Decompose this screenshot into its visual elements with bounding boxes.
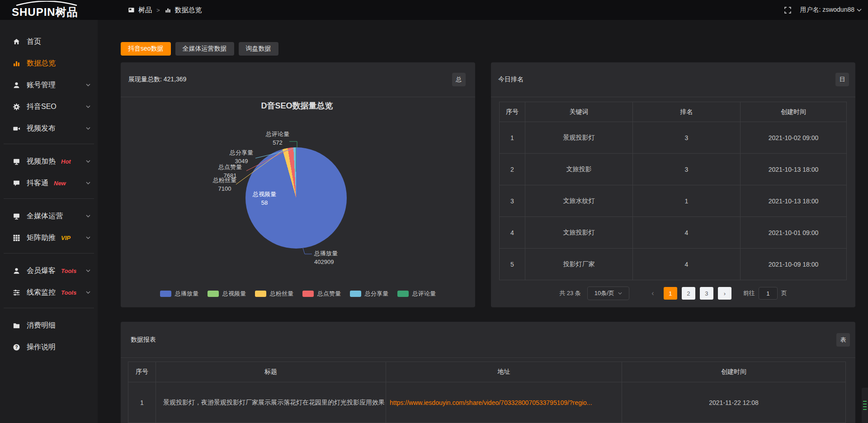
breadcrumb: 树品 > 数据总览	[128, 0, 202, 20]
new-badge: New	[54, 180, 66, 187]
chart-title: D音SEO数据量总览	[261, 100, 333, 111]
sidebar-item-home[interactable]: 首页	[0, 31, 98, 52]
sidebar-item-account[interactable]: 账号管理	[0, 74, 98, 96]
breadcrumb-separator: >	[156, 7, 160, 14]
sidebar-item-consumption[interactable]: 消费明细	[0, 315, 98, 336]
report-table: 序号标题地址创建时间 1 景观投影灯，夜游景观投影灯厂家展示展示落花灯在花园里的…	[128, 362, 846, 423]
prev-page-button[interactable]: ‹	[647, 289, 658, 297]
logo-text-en: SHUPIN	[12, 6, 56, 18]
bar-chart-icon	[165, 7, 171, 14]
page-button-1[interactable]: 1	[664, 287, 677, 300]
table-toggle-button[interactable]: 表	[836, 333, 850, 347]
sidebar-item-label: 会员爆客	[27, 266, 56, 276]
sidebar-item-douketong[interactable]: 抖客通 New	[0, 172, 98, 194]
table-row: 2文旅投影32021-10-13 18:00	[500, 154, 847, 185]
member-icon	[13, 267, 20, 275]
legend-item-comments[interactable]: 总评论量	[397, 290, 436, 298]
svg-text:?: ?	[15, 344, 18, 349]
next-page-button[interactable]: ›	[718, 287, 731, 300]
pagination-total: 共 23 条	[559, 289, 581, 297]
page-button-2[interactable]: 2	[682, 287, 695, 300]
chevron-down-icon	[86, 236, 90, 239]
video-camera-icon	[13, 125, 20, 132]
question-icon: ?	[13, 343, 20, 351]
report-url-link[interactable]: https://www.iesdouyin.com/share/video/70…	[386, 382, 622, 423]
sidebar-item-douyin-seo[interactable]: 抖音SEO	[0, 96, 98, 118]
page-button-3[interactable]: 3	[700, 287, 713, 300]
chevron-down-icon	[86, 182, 90, 184]
legend-swatch	[350, 291, 361, 297]
sidebar-item-data-overview[interactable]: 数据总览	[0, 52, 98, 74]
report-panel: 数据报表 表 序号标题地址创建时间 1 景观投影灯，夜游景观投影灯厂家展示展示落…	[121, 322, 855, 423]
legend-swatch	[255, 291, 266, 297]
legend-swatch	[160, 291, 171, 297]
chevron-down-icon	[86, 160, 90, 163]
monitor-icon	[13, 212, 20, 220]
sidebar-item-member-burst[interactable]: 会员爆客 Tools	[0, 260, 98, 282]
gear-icon	[13, 103, 20, 111]
sliders-icon	[13, 289, 20, 296]
sidebar-divider	[4, 198, 94, 199]
sidebar-item-lead-monitor[interactable]: 线索监控 Tools	[0, 282, 98, 303]
sidebar-item-label: 线索监控	[27, 288, 56, 297]
data-tabs: 抖音seo数据 全媒体运营数据 询盘数据	[121, 42, 278, 56]
chevron-down-icon	[618, 292, 622, 295]
sidebar-item-instructions[interactable]: ? 操作说明	[0, 336, 98, 358]
sidebar-item-label: 视频加热	[27, 157, 56, 166]
ranking-panel: 今日排名 日 序号关键词排名创建时间 1景观投影灯32021-10-02 09:…	[491, 62, 855, 307]
tab-omni-media-data[interactable]: 全媒体运营数据	[175, 42, 234, 56]
goto-page-input[interactable]: 1	[759, 287, 778, 300]
pagination: 共 23 条 10条/页 ‹ 1 2 3 › 前往 1 页	[491, 287, 855, 300]
table-row: 3文旅水纹灯12021-10-13 18:00	[500, 185, 847, 217]
legend-swatch	[208, 291, 219, 297]
day-toggle-button[interactable]: 日	[835, 73, 849, 86]
user-menu[interactable]: 用户名: zswodun88	[800, 6, 862, 14]
app-logo: SHUPIN树品	[12, 0, 98, 20]
table-header-row: 序号标题地址创建时间	[128, 362, 846, 382]
sidebar-item-video-publish[interactable]: 视频发布	[0, 118, 98, 139]
overview-panel: 展现量总数: 421,369 总 D音SEO数据量总览 总评论量572 总分享量…	[121, 62, 475, 307]
vip-badge: VIP	[61, 235, 71, 241]
sidebar-item-omni-media[interactable]: 全媒体运营	[0, 205, 98, 227]
tools-badge: Tools	[61, 289, 76, 296]
username-label: 用户名: zswodun88	[800, 6, 854, 14]
tab-douyin-seo[interactable]: 抖音seo数据	[121, 42, 171, 56]
table-row: 1景观投影灯32021-10-02 09:00	[500, 122, 847, 154]
legend-item-fans[interactable]: 总粉丝量	[255, 290, 293, 298]
chevron-down-icon	[86, 291, 90, 294]
tab-inquiry-data[interactable]: 询盘数据	[239, 42, 278, 56]
sidebar-divider	[4, 144, 94, 144]
screen-icon	[13, 158, 20, 165]
total-toggle-button[interactable]: 总	[452, 73, 466, 86]
impressions-total-label: 展现量总数: 421,369	[128, 75, 186, 84]
legend-item-videos[interactable]: 总视频量	[208, 290, 246, 298]
sidebar: 首页 数据总览 账号管理 抖音SEO 视频发布 视频加热 Hot 抖客通 New…	[0, 20, 98, 423]
pie-label-plays: 总播放量402909	[314, 249, 359, 266]
sidebar-divider	[4, 308, 94, 308]
sidebar-divider	[4, 253, 94, 254]
page-size-select[interactable]: 10条/页	[587, 287, 629, 300]
app-window-icon	[128, 7, 135, 14]
sidebar-item-label: 抖客通	[27, 179, 48, 188]
floating-widget[interactable]	[862, 388, 868, 423]
legend-item-plays[interactable]: 总播放量	[160, 290, 198, 298]
chevron-down-icon	[86, 105, 90, 108]
sidebar-item-label: 账号管理	[27, 80, 56, 90]
legend-item-shares[interactable]: 总分享量	[350, 290, 388, 298]
table-header-row: 序号关键词排名创建时间	[500, 102, 847, 122]
chat-icon	[13, 179, 20, 187]
top-bar: SHUPIN树品 树品 > 数据总览 用户名: zswodun88	[0, 0, 868, 20]
table-row: 1 景观投影灯，夜游景观投影灯厂家展示展示落花灯在花园里的灯光投影应用效果 # …	[128, 382, 846, 423]
breadcrumb-root[interactable]: 树品	[138, 6, 152, 14]
main-content: 抖音seo数据 全媒体运营数据 询盘数据 展现量总数: 421,369 总 D音…	[98, 20, 868, 423]
grid-icon	[13, 234, 20, 242]
chevron-down-icon	[86, 215, 90, 217]
pie-label-fans: 总粉丝量7100	[202, 176, 247, 193]
sidebar-item-matrix-boost[interactable]: 矩阵助推 VIP	[0, 227, 98, 249]
user-icon	[13, 81, 20, 89]
legend-item-likes[interactable]: 总点赞量	[302, 290, 341, 298]
report-title-cell: 景观投影灯，夜游景观投影灯厂家展示展示落花灯在花园里的灯光投影应用效果 #	[156, 382, 386, 423]
pie-label-comments: 总评论量572	[255, 130, 300, 147]
sidebar-item-video-heat[interactable]: 视频加热 Hot	[0, 150, 98, 172]
fullscreen-icon[interactable]	[784, 6, 792, 14]
